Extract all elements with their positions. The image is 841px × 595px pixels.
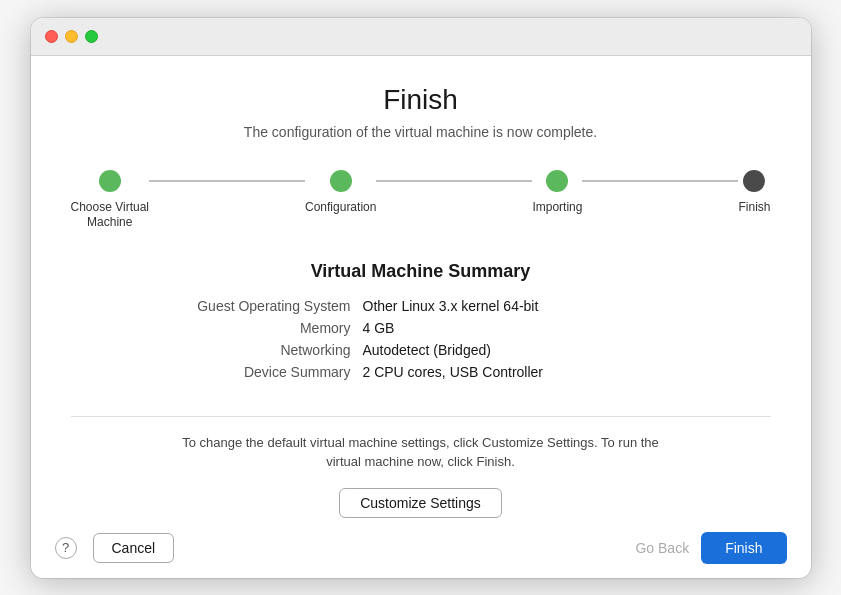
steps-progress: Choose VirtualMachine Configuration Impo… — [71, 170, 771, 231]
page-subtitle: The configuration of the virtual machine… — [244, 124, 597, 140]
step-line-1 — [149, 180, 305, 182]
summary-row-os: Guest Operating System Other Linux 3.x k… — [171, 298, 671, 314]
summary-key-devices: Device Summary — [171, 364, 351, 380]
main-window: Finish The configuration of the virtual … — [31, 18, 811, 578]
step-configuration: Configuration — [305, 170, 376, 216]
step-line-2 — [376, 180, 532, 182]
cancel-button[interactable]: Cancel — [93, 533, 175, 563]
summary-value-os: Other Linux 3.x kernel 64-bit — [363, 298, 539, 314]
step-dot-finish — [743, 170, 765, 192]
summary-key-os: Guest Operating System — [171, 298, 351, 314]
summary-title: Virtual Machine Summary — [311, 261, 531, 282]
step-finish: Finish — [738, 170, 770, 216]
customize-settings-button[interactable]: Customize Settings — [339, 488, 502, 518]
help-button[interactable]: ? — [55, 537, 77, 559]
finish-button[interactable]: Finish — [701, 532, 786, 564]
summary-value-networking: Autodetect (Bridged) — [363, 342, 491, 358]
maximize-button[interactable] — [85, 30, 98, 43]
summary-row-devices: Device Summary 2 CPU cores, USB Controll… — [171, 364, 671, 380]
step-choose-vm: Choose VirtualMachine — [71, 170, 150, 231]
step-line-3 — [582, 180, 738, 182]
summary-key-memory: Memory — [171, 320, 351, 336]
footer: ? Cancel Go Back Finish — [31, 518, 811, 578]
content-area: Finish The configuration of the virtual … — [31, 56, 811, 518]
divider — [71, 416, 771, 417]
summary-value-devices: 2 CPU cores, USB Controller — [363, 364, 544, 380]
go-back-button[interactable]: Go Back — [635, 540, 689, 556]
step-label-choose-vm: Choose VirtualMachine — [71, 200, 150, 231]
step-label-importing: Importing — [532, 200, 582, 216]
step-dot-choose-vm — [99, 170, 121, 192]
minimize-button[interactable] — [65, 30, 78, 43]
step-label-finish: Finish — [738, 200, 770, 216]
summary-table: Guest Operating System Other Linux 3.x k… — [171, 298, 671, 386]
step-label-configuration: Configuration — [305, 200, 376, 216]
traffic-lights — [45, 30, 98, 43]
footer-left: ? Cancel — [55, 533, 175, 563]
step-importing: Importing — [532, 170, 582, 216]
summary-value-memory: 4 GB — [363, 320, 395, 336]
footer-right: Go Back Finish — [635, 532, 786, 564]
page-title: Finish — [383, 84, 458, 116]
summary-row-networking: Networking Autodetect (Bridged) — [171, 342, 671, 358]
instructions-text: To change the default virtual machine se… — [171, 433, 671, 472]
summary-key-networking: Networking — [171, 342, 351, 358]
title-bar — [31, 18, 811, 56]
close-button[interactable] — [45, 30, 58, 43]
step-dot-importing — [546, 170, 568, 192]
summary-row-memory: Memory 4 GB — [171, 320, 671, 336]
step-dot-configuration — [330, 170, 352, 192]
